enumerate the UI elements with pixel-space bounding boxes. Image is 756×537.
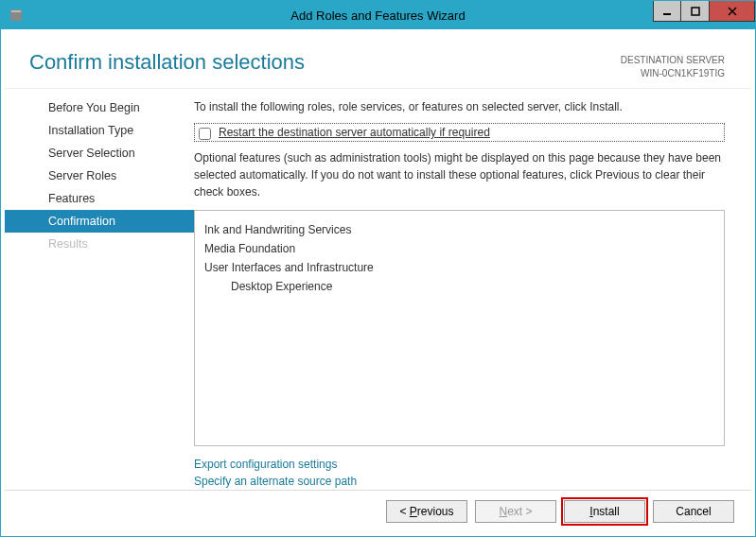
feature-item: Media Foundation xyxy=(204,239,714,258)
main-panel: To install the following roles, role ser… xyxy=(194,93,751,490)
header-row: Confirm installation selections DESTINAT… xyxy=(5,33,751,89)
svg-rect-3 xyxy=(692,8,699,15)
sidebar-item-features[interactable]: Features xyxy=(5,187,194,210)
feature-item: Desktop Experience xyxy=(204,277,714,296)
destination-info: DESTINATION SERVER WIN-0CN1KF19TIG xyxy=(621,50,725,80)
sidebar-item-server-roles[interactable]: Server Roles xyxy=(5,165,194,187)
inner: Confirm installation selections DESTINAT… xyxy=(1,29,755,536)
restart-row: Restart the destination server automatic… xyxy=(194,123,725,142)
export-config-link[interactable]: Export configuration settings xyxy=(194,456,725,473)
wizard-window: Add Roles and Features Wizard Confirm in… xyxy=(0,0,756,537)
svg-rect-1 xyxy=(11,10,21,12)
sidebar-item-results: Results xyxy=(5,233,194,255)
sidebar-item-installation-type[interactable]: Installation Type xyxy=(5,119,194,142)
close-button[interactable] xyxy=(710,1,755,22)
feature-item: Ink and Handwriting Services xyxy=(204,220,714,239)
sidebar: Before You BeginInstallation TypeServer … xyxy=(5,93,194,490)
next-button: Next > xyxy=(475,500,556,523)
sidebar-item-confirmation[interactable]: Confirmation xyxy=(5,210,194,233)
titlebar: Add Roles and Features Wizard xyxy=(1,1,755,29)
sidebar-item-before-you-begin[interactable]: Before You Begin xyxy=(5,96,194,119)
links: Export configuration settings Specify an… xyxy=(194,456,725,490)
window-title: Add Roles and Features Wizard xyxy=(1,9,755,23)
page-title: Confirm installation selections xyxy=(29,50,305,75)
destination-server: WIN-0CN1KF19TIG xyxy=(621,67,725,80)
destination-label: DESTINATION SERVER xyxy=(621,54,725,67)
install-button[interactable]: Install xyxy=(564,500,645,523)
sidebar-item-server-selection[interactable]: Server Selection xyxy=(5,142,194,165)
intro-text: To install the following roles, role ser… xyxy=(194,100,725,113)
previous-button[interactable]: < Previous xyxy=(386,500,467,523)
titlebar-controls xyxy=(653,1,755,22)
alt-source-link[interactable]: Specify an alternate source path xyxy=(194,473,725,490)
app-icon xyxy=(9,8,24,23)
restart-label[interactable]: Restart the destination server automatic… xyxy=(219,126,490,139)
optional-text: Optional features (such as administratio… xyxy=(194,149,725,200)
body-row: Before You BeginInstallation TypeServer … xyxy=(5,89,751,490)
maximize-button[interactable] xyxy=(681,1,710,22)
features-list: Ink and Handwriting ServicesMedia Founda… xyxy=(194,210,725,446)
minimize-button[interactable] xyxy=(653,1,681,22)
restart-checkbox[interactable] xyxy=(199,128,211,140)
feature-item: User Interfaces and Infrastructure xyxy=(204,258,714,277)
cancel-button[interactable]: Cancel xyxy=(653,500,734,523)
footer: < Previous Next > Install Cancel xyxy=(5,490,751,532)
